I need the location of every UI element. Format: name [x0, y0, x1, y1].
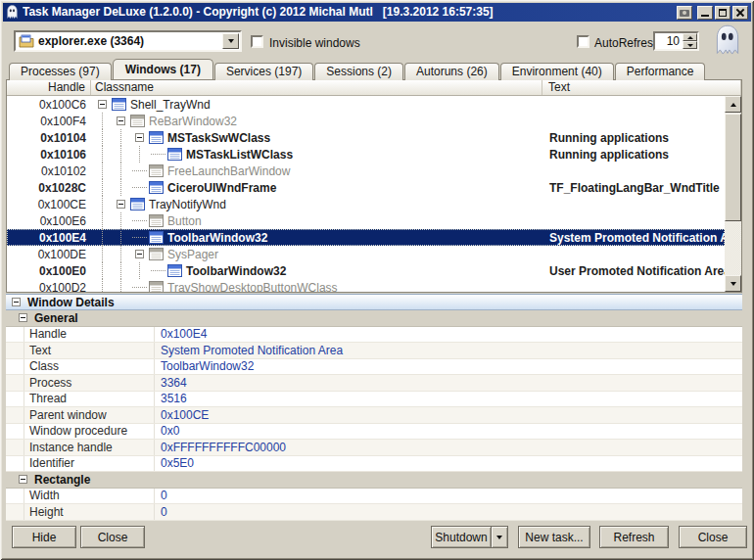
- details-label: Window procedure: [24, 424, 154, 438]
- title-bar: Task Manager DeLuxe (1.2.0.0) - Copyrigh…: [3, 3, 751, 22]
- tree-row-toolbarwindow32[interactable]: 0x100E4ToolbarWindow32System Promoted No…: [7, 229, 725, 246]
- details-group-general[interactable]: General: [6, 310, 742, 327]
- minimize-button[interactable]: [697, 6, 713, 20]
- tab-autoruns-26[interactable]: Autoruns (26): [404, 63, 499, 80]
- close-dialog-button[interactable]: Close: [679, 526, 747, 548]
- scrollbar-down-button[interactable]: [725, 275, 741, 292]
- invisible-windows-checkbox[interactable]: [251, 35, 263, 48]
- tree-rows: 0x100C6Shell_TrayWnd0x100F4ReBarWindow32…: [7, 96, 725, 292]
- details-label: Parent window: [24, 408, 154, 422]
- tree-row-mstaskswwclass[interactable]: 0x10104MSTaskSwWClassRunning application…: [7, 129, 725, 146]
- tree-row-rebarwindow32[interactable]: 0x100F4ReBarWindow32: [7, 113, 725, 129]
- tree-cell-classname: CiceroUIWndFrame: [91, 179, 543, 196]
- tab-services-197[interactable]: Services (197): [214, 63, 313, 80]
- column-header-handle[interactable]: Handle: [7, 80, 91, 95]
- capture-button[interactable]: [677, 6, 692, 20]
- tree-row-syspager[interactable]: 0x100DESysPager: [7, 246, 725, 262]
- details-gutter: [6, 327, 24, 343]
- collapse-icon[interactable]: [19, 475, 27, 484]
- collapse-icon[interactable]: [12, 298, 21, 306]
- window-icon: [149, 231, 164, 244]
- details-gutter: [6, 504, 24, 520]
- column-header-text[interactable]: Text: [542, 80, 741, 95]
- window-icon: [167, 264, 182, 277]
- tree-node-label: Shell_TrayWnd: [130, 98, 211, 112]
- vertical-scrollbar[interactable]: [725, 96, 741, 292]
- tree-row-freelaunchbarwindow[interactable]: 0x10102FreeLaunchBarWindow: [7, 163, 725, 179]
- maximize-button[interactable]: [715, 6, 730, 20]
- tree-cell-classname: ReBarWindow32: [91, 113, 543, 129]
- details-label: Class: [24, 359, 154, 373]
- close-window-button[interactable]: Close: [80, 526, 145, 548]
- details-header-label: Window Details: [27, 296, 115, 309]
- scrollbar-up-button[interactable]: [725, 96, 741, 113]
- spinner-down-button[interactable]: [683, 41, 697, 49]
- details-row-window-procedure: Window procedure0x0: [6, 424, 742, 441]
- tab-performance[interactable]: Performance: [615, 63, 706, 80]
- tree-node-label: CiceroUIWndFrame: [167, 181, 276, 195]
- tree-guide: [93, 113, 112, 129]
- details-label: Width: [24, 489, 154, 502]
- tab-sessions-2[interactable]: Sessions (2): [314, 63, 403, 80]
- tree-row-button[interactable]: 0x100E6Button: [7, 212, 725, 229]
- refresh-button[interactable]: Refresh: [599, 526, 669, 548]
- tree-expander[interactable]: [117, 200, 125, 209]
- tree-row-shell-traywnd[interactable]: 0x100C6Shell_TrayWnd: [7, 96, 725, 113]
- tab-environment-40[interactable]: Environment (40): [500, 63, 614, 80]
- details-header[interactable]: Window Details: [6, 294, 742, 310]
- tree-cell-handle: 0x1028C: [7, 181, 91, 195]
- tree-row-toolbarwindow32[interactable]: 0x100E0ToolbarWindow32User Promoted Noti…: [7, 262, 725, 279]
- tab-windows-17[interactable]: Windows (17): [113, 59, 213, 79]
- tree-node-label: ReBarWindow32: [149, 115, 237, 128]
- tree-guide: [112, 212, 130, 229]
- tree-row-trayshowdesktopbuttonwclass[interactable]: 0x100D2TrayShowDesktopButtonWClass: [7, 279, 725, 292]
- tree-cell-classname: Shell_TrayWnd: [91, 96, 543, 113]
- tree-row-cicerouiwndframe[interactable]: 0x1028CCiceroUIWndFrameTF_FloatingLangBa…: [7, 179, 725, 196]
- tree-column-headers: Handle Classname Text: [7, 80, 741, 96]
- details-row-identifier: Identifier0x5E0: [6, 456, 742, 473]
- tree-node-label: FreeLaunchBarWindow: [167, 164, 290, 178]
- details-group-rectangle[interactable]: Rectangle: [6, 472, 742, 489]
- new-task-button[interactable]: New task...: [518, 526, 590, 548]
- combo-dropdown-button[interactable]: [222, 33, 239, 49]
- scrollbar-thumb[interactable]: [725, 114, 741, 221]
- tree-expander[interactable]: [135, 133, 144, 142]
- tree-connector: [149, 146, 167, 163]
- autorefresh-checkbox[interactable]: [577, 35, 589, 48]
- tree-cell-handle: 0x100F4: [7, 115, 91, 128]
- tree-row-mstasklistwclass[interactable]: 0x10106MSTaskListWClassRunning applicati…: [7, 146, 725, 163]
- details-value: 3364: [154, 375, 742, 391]
- tree-connector: [130, 212, 149, 229]
- process-selector[interactable]: explorer.exe (3364): [14, 30, 242, 52]
- close-button[interactable]: [732, 6, 748, 20]
- details-gutter: [6, 343, 24, 358]
- tree-node-label: TrayShowDesktopButtonWClass: [167, 281, 338, 293]
- details-value: 0: [154, 489, 742, 504]
- tree-row-traynotifywnd[interactable]: 0x100CETrayNotifyWnd: [7, 196, 725, 212]
- details-value: 3516: [154, 392, 742, 407]
- tree-expander[interactable]: [117, 117, 125, 125]
- column-header-classname[interactable]: Classname: [91, 80, 542, 95]
- arrow-up-icon: [687, 36, 693, 39]
- maximize-icon: [719, 9, 727, 17]
- shutdown-dropdown-button[interactable]: [491, 526, 508, 548]
- tree-guide: [93, 246, 112, 262]
- process-selector-value: explorer.exe (3364): [38, 34, 222, 48]
- collapse-icon[interactable]: [19, 313, 27, 322]
- refresh-interval-input[interactable]: 10: [653, 31, 699, 51]
- tree-expander-cell: [112, 113, 130, 129]
- tree-cell-handle: 0x100CE: [7, 198, 91, 211]
- tree-expander-cell: [93, 96, 112, 113]
- tree-expander[interactable]: [98, 100, 107, 109]
- tree-cell-classname: TrayShowDesktopButtonWClass: [91, 279, 543, 292]
- shutdown-button[interactable]: Shutdown: [431, 526, 492, 548]
- window-icon: [149, 214, 164, 227]
- tree-expander[interactable]: [135, 250, 144, 258]
- arrow-down-icon: [687, 44, 693, 47]
- hide-button[interactable]: Hide: [12, 526, 76, 548]
- tree-guide: [130, 146, 149, 163]
- tab-processes-97[interactable]: Processes (97): [9, 63, 112, 80]
- tree-guide: [93, 146, 112, 163]
- spinner-up-button[interactable]: [683, 33, 697, 41]
- tree-guide: [93, 229, 112, 246]
